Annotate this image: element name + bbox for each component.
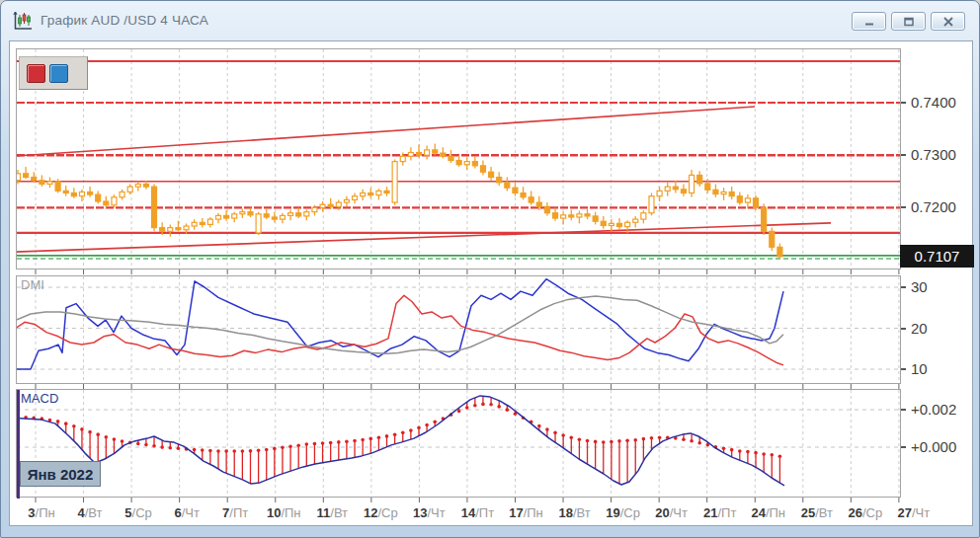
window-controls — [852, 12, 965, 31]
candle — [361, 193, 366, 196]
signal-dot — [553, 431, 557, 435]
candle — [625, 222, 630, 226]
signal-dot — [489, 403, 493, 407]
day-label: 12/Ср — [356, 505, 405, 520]
candle — [288, 213, 293, 216]
candle — [754, 198, 759, 208]
day-label: 6/Чт — [162, 505, 211, 520]
signal-dot — [273, 447, 277, 451]
signal-dot — [770, 453, 774, 457]
signal-dot — [633, 438, 637, 442]
signal-dot — [465, 406, 469, 410]
indicator-line — [16, 279, 783, 369]
day-label: 26/Ср — [841, 505, 890, 520]
signal-dot — [296, 443, 300, 447]
price-tick — [901, 102, 906, 104]
candle — [745, 198, 750, 202]
candle — [232, 214, 237, 218]
candle — [304, 212, 309, 216]
dmi-label: DMI — [21, 277, 44, 292]
day-label: 10/Пн — [259, 505, 308, 520]
dmi-panel[interactable] — [16, 275, 901, 390]
candle — [505, 183, 510, 188]
blue-style-button[interactable] — [49, 64, 68, 83]
candle — [376, 191, 381, 194]
day-label: 7/Пт — [210, 505, 260, 520]
candle — [216, 215, 221, 219]
signal-dot — [64, 422, 68, 425]
candle — [449, 156, 453, 160]
signal-dot — [393, 433, 397, 437]
title-bar[interactable]: График AUD /USD 4 ЧАСА — [1, 1, 979, 40]
candle — [633, 219, 638, 222]
signal-dot — [650, 436, 654, 440]
signal-dot — [738, 449, 742, 453]
day-label: 27/Чт — [889, 505, 939, 520]
day-label: 3/Пн — [17, 505, 66, 520]
signal-dot — [368, 437, 372, 441]
candle — [593, 216, 598, 221]
candle — [120, 192, 124, 196]
candle — [770, 231, 775, 247]
signal-dot — [361, 438, 365, 442]
signal-dot — [481, 403, 485, 407]
signal-dot — [224, 449, 228, 453]
macd-label: MACD — [21, 391, 58, 406]
price-chart-panel[interactable] — [16, 48, 901, 275]
minimize-button[interactable] — [852, 12, 886, 31]
candle — [296, 213, 301, 216]
signal-dot — [682, 437, 686, 441]
candle — [433, 150, 438, 153]
candle — [368, 193, 373, 195]
signal-dot — [690, 439, 694, 443]
candle — [561, 215, 566, 218]
price-scale-label: 0.7200 — [911, 198, 956, 215]
candle — [152, 187, 157, 227]
red-style-button[interactable] — [27, 64, 45, 83]
candle — [690, 175, 694, 192]
candle — [392, 162, 397, 202]
candle — [24, 174, 29, 178]
candle — [721, 192, 726, 193]
close-button[interactable] — [931, 12, 965, 31]
candle — [425, 150, 430, 155]
candle — [729, 192, 734, 195]
macd-scale-label: +0.000 — [911, 438, 956, 455]
signal-dot — [249, 449, 253, 453]
day-label: 14/Пт — [452, 505, 502, 520]
screen: График AUD /USD 4 ЧАСА DMI MACD Янв 2022… — [0, 0, 980, 538]
maximize-button[interactable] — [891, 12, 926, 31]
candle — [224, 215, 229, 218]
candle — [353, 196, 358, 200]
macd-scale-label: +0.002 — [911, 401, 956, 418]
candle — [63, 191, 68, 192]
candle — [480, 166, 485, 172]
candle — [617, 223, 622, 226]
signal-dot — [473, 404, 477, 408]
macd-panel[interactable] — [16, 389, 901, 503]
signal-dot — [561, 433, 565, 437]
candle — [649, 196, 654, 213]
candle — [320, 204, 325, 207]
dmi-tick — [901, 368, 906, 370]
signal-dot — [265, 448, 269, 452]
signal-dot — [545, 427, 549, 431]
signal-dot — [281, 446, 285, 450]
signal-dot — [409, 428, 413, 432]
signal-dot — [610, 440, 613, 444]
signal-dot — [72, 424, 76, 428]
signal-dot — [257, 449, 261, 453]
signal-dot — [288, 444, 292, 448]
candle — [673, 187, 678, 190]
signal-dot — [160, 445, 164, 449]
signal-dot — [385, 434, 389, 438]
day-label: 4/Вт — [65, 505, 115, 520]
signal-dot — [586, 439, 590, 443]
signal-dot — [642, 437, 646, 441]
candle — [489, 172, 494, 177]
signal-dot — [168, 446, 172, 450]
signal-dot — [617, 439, 621, 443]
candle — [104, 201, 109, 205]
signal-dot — [730, 448, 734, 452]
signal-dot — [578, 437, 582, 441]
